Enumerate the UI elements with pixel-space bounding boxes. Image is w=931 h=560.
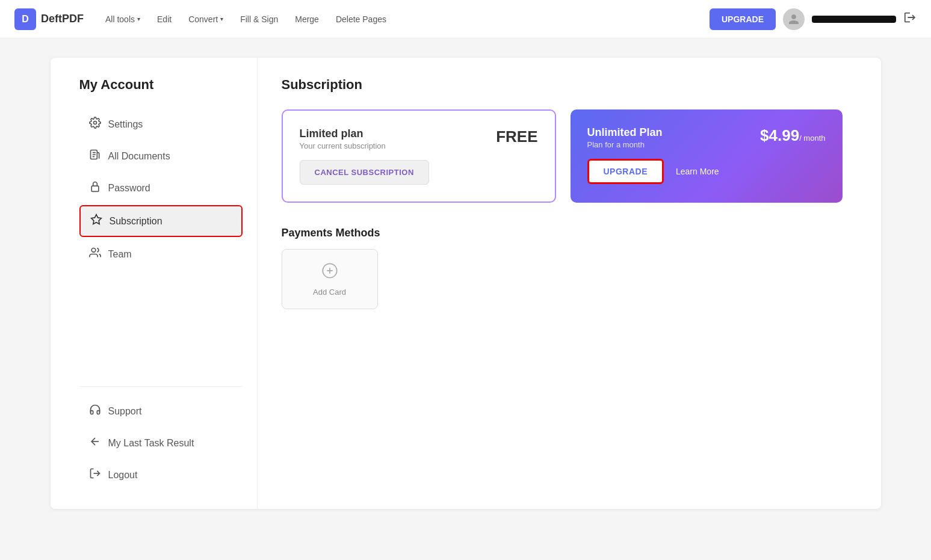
sidebar-item-last-task[interactable]: My Last Task Result bbox=[79, 428, 243, 458]
sidebar-item-logout[interactable]: Logout bbox=[79, 460, 243, 490]
svg-rect-2 bbox=[91, 186, 99, 191]
free-plan-name: Limited plan bbox=[300, 128, 386, 140]
cancel-subscription-button[interactable]: CANCEL SUBSCRIPTION bbox=[300, 160, 429, 185]
nav-convert[interactable]: Convert ▾ bbox=[181, 10, 230, 29]
lock-icon bbox=[89, 180, 101, 195]
add-card-button[interactable]: Add Card bbox=[282, 249, 378, 309]
star-icon bbox=[90, 214, 102, 229]
learn-more-link[interactable]: Learn More bbox=[676, 167, 719, 176]
arrow-left-icon bbox=[89, 435, 101, 451]
unlimited-plan-card: Unlimited Plan Plan for a month $4.99/ m… bbox=[571, 109, 843, 203]
upgrade-plan-button[interactable]: UPGRADE bbox=[587, 159, 664, 184]
sidebar-item-team[interactable]: Team bbox=[79, 239, 243, 269]
svg-marker-3 bbox=[91, 215, 101, 224]
sidebar-item-all-documents[interactable]: All Documents bbox=[79, 141, 243, 171]
chevron-down-icon-convert: ▾ bbox=[220, 16, 223, 22]
document-icon bbox=[89, 149, 101, 164]
nav-edit[interactable]: Edit bbox=[150, 10, 179, 29]
payments-section: Payments Methods Add Card bbox=[282, 227, 843, 309]
team-icon bbox=[89, 247, 101, 262]
sidebar-settings-label: Settings bbox=[108, 119, 143, 130]
sidebar-password-label: Password bbox=[108, 183, 150, 194]
unlimited-plan-name: Unlimited Plan bbox=[587, 126, 663, 139]
sidebar-subscription-label: Subscription bbox=[110, 216, 162, 227]
payments-title: Payments Methods bbox=[282, 227, 843, 239]
nav-logout-icon[interactable] bbox=[903, 11, 917, 27]
nav-right: UPGRADE bbox=[710, 8, 917, 30]
content-area: Subscription Limited plan Your current s… bbox=[258, 58, 867, 509]
avatar bbox=[783, 8, 805, 30]
sidebar-title: My Account bbox=[79, 77, 243, 93]
svg-point-0 bbox=[93, 122, 96, 125]
nav-merge[interactable]: Merge bbox=[288, 10, 326, 29]
chevron-down-icon: ▾ bbox=[137, 16, 140, 22]
free-plan-actions: CANCEL SUBSCRIPTION bbox=[300, 160, 538, 185]
unlimited-plan-description: Plan for a month bbox=[587, 140, 663, 149]
sidebar-nav: Settings All Documents Password Subscrip… bbox=[79, 109, 243, 367]
sidebar: My Account Settings All Documents Passwo… bbox=[65, 58, 258, 509]
unlimited-plan-actions: UPGRADE Learn More bbox=[587, 159, 826, 184]
free-plan-card: Limited plan Your current subscription F… bbox=[282, 109, 556, 203]
svg-point-4 bbox=[91, 248, 96, 253]
sidebar-item-subscription[interactable]: Subscription bbox=[79, 205, 243, 237]
nav-links: All tools ▾ Edit Convert ▾ Fill & Sign M… bbox=[98, 10, 695, 29]
nav-fill-sign[interactable]: Fill & Sign bbox=[233, 10, 285, 29]
logo-icon: D bbox=[14, 8, 36, 30]
add-card-label: Add Card bbox=[313, 288, 346, 297]
sidebar-all-documents-label: All Documents bbox=[108, 151, 170, 162]
unlimited-plan-header: Unlimited Plan Plan for a month $4.99/ m… bbox=[587, 126, 826, 149]
sidebar-item-password[interactable]: Password bbox=[79, 173, 243, 203]
sidebar-logout-label: Logout bbox=[108, 470, 138, 481]
subscription-cards: Limited plan Your current subscription F… bbox=[282, 109, 843, 203]
sidebar-last-task-label: My Last Task Result bbox=[108, 438, 194, 449]
nav-all-tools[interactable]: All tools ▾ bbox=[98, 10, 147, 29]
app-name: DeftPDF bbox=[41, 13, 84, 25]
unlimited-plan-price: $4.99/ month bbox=[760, 126, 825, 145]
logout-icon bbox=[89, 467, 101, 482]
content-title: Subscription bbox=[282, 77, 843, 93]
nav-upgrade-button[interactable]: UPGRADE bbox=[710, 8, 776, 30]
nav-delete-pages[interactable]: Delete Pages bbox=[329, 10, 394, 29]
logo[interactable]: D DeftPDF bbox=[14, 8, 84, 30]
free-plan-info: Limited plan Your current subscription bbox=[300, 128, 386, 150]
gear-icon bbox=[89, 117, 101, 132]
main-container: My Account Settings All Documents Passwo… bbox=[51, 58, 881, 509]
navbar: D DeftPDF All tools ▾ Edit Convert ▾ Fil… bbox=[0, 0, 931, 38]
sidebar-item-support[interactable]: Support bbox=[79, 396, 243, 426]
free-plan-header: Limited plan Your current subscription F… bbox=[300, 128, 538, 150]
headset-icon bbox=[89, 404, 101, 419]
sidebar-bottom: Support My Last Task Result Logout bbox=[79, 386, 243, 490]
sidebar-team-label: Team bbox=[108, 249, 132, 260]
price-period: / month bbox=[799, 134, 825, 143]
free-plan-price: FREE bbox=[496, 128, 537, 146]
free-plan-description: Your current subscription bbox=[300, 141, 386, 150]
unlimited-plan-info: Unlimited Plan Plan for a month bbox=[587, 126, 663, 149]
sidebar-support-label: Support bbox=[108, 406, 142, 417]
username-bar bbox=[812, 16, 896, 23]
sidebar-item-settings[interactable]: Settings bbox=[79, 109, 243, 139]
add-card-icon bbox=[321, 262, 338, 283]
